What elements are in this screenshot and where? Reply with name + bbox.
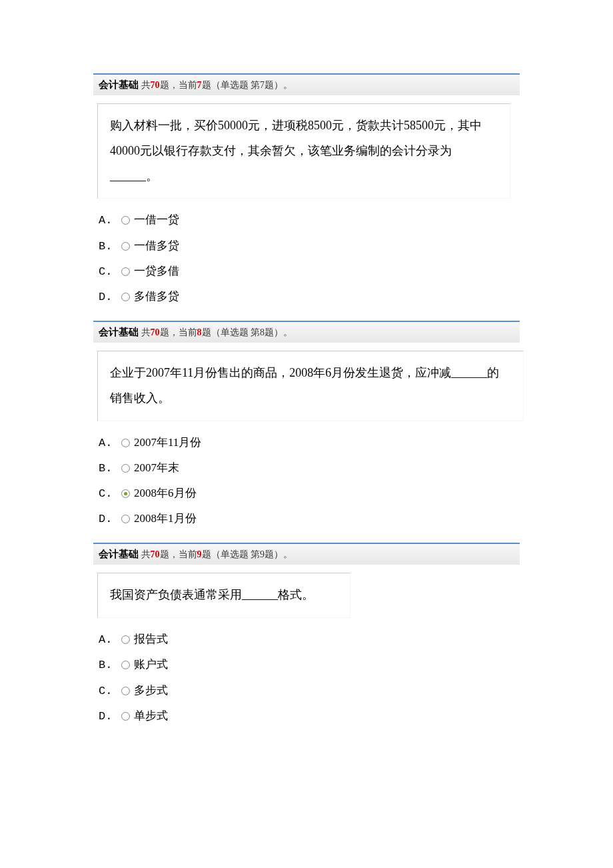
total-suffix: 题，当前 — [160, 327, 197, 337]
option-text: 2008年1月份 — [134, 509, 197, 527]
option-text: 2007年末 — [134, 459, 179, 477]
answer-option-a[interactable]: A. 一借一贷 — [99, 211, 520, 229]
radio-icon[interactable] — [121, 216, 130, 225]
subject-title: 会计基础 — [99, 327, 139, 337]
option-text: 2008年6月份 — [134, 484, 197, 502]
unit-suffix: 题 — [202, 327, 211, 337]
question-block-7: 会计基础 共70题，当前7题（单选题 第7题）。 购入材料一批，买价50000元… — [93, 73, 520, 306]
option-letter: B. — [99, 459, 121, 477]
answer-option-c[interactable]: C. 2008年6月份 — [99, 484, 520, 503]
answer-option-b[interactable]: B. 一借多贷 — [99, 237, 520, 255]
option-letter: D. — [99, 288, 121, 306]
option-letter: B. — [99, 237, 121, 255]
radio-icon[interactable] — [121, 293, 130, 301]
option-letter: A. — [99, 434, 121, 452]
current-number: 9 — [197, 549, 202, 559]
radio-icon[interactable] — [121, 687, 130, 695]
radio-icon[interactable] — [121, 489, 130, 498]
total-suffix: 题，当前 — [160, 80, 197, 90]
radio-icon[interactable] — [121, 439, 130, 447]
option-letter: D. — [99, 510, 121, 528]
total-prefix: 共 — [139, 327, 151, 337]
option-text: 2007年11月份 — [134, 433, 201, 451]
type-label: （单选题 第7题）。 — [211, 80, 293, 90]
current-number: 7 — [197, 80, 202, 90]
option-text: 一借多贷 — [134, 237, 179, 255]
total-suffix: 题，当前 — [160, 549, 197, 559]
option-letter: C. — [99, 263, 121, 281]
answer-option-d[interactable]: D. 多借多贷 — [99, 287, 520, 306]
total-prefix: 共 — [139, 549, 151, 559]
answer-list: A. 一借一贷 B. 一借多贷 C. 一贷多借 D. 多借多贷 — [99, 211, 520, 306]
radio-icon[interactable] — [121, 515, 130, 523]
subject-title: 会计基础 — [99, 549, 139, 559]
question-text: 购入材料一批，买价50000元，进项税8500元，货款共计58500元，其中40… — [97, 103, 510, 199]
option-letter: B. — [99, 656, 121, 674]
radio-icon[interactable] — [121, 242, 130, 251]
option-text: 多步式 — [134, 681, 168, 699]
option-letter: C. — [99, 485, 121, 503]
total-count: 70 — [151, 549, 160, 559]
question-text: 我国资产负债表通常采用______格式。 — [97, 573, 350, 618]
unit-suffix: 题 — [202, 549, 211, 559]
section-header: 会计基础 共70题，当前9题（单选题 第9题）。 — [93, 543, 520, 565]
option-text: 账户式 — [134, 655, 168, 673]
question-text: 企业于2007年11月份售出的商品，2008年6月份发生退货，应冲减______… — [97, 351, 524, 421]
option-letter: A. — [99, 211, 121, 229]
answer-option-a[interactable]: A. 报告式 — [99, 630, 520, 649]
option-text: 报告式 — [134, 630, 168, 648]
radio-icon[interactable] — [121, 635, 130, 644]
current-number: 8 — [197, 327, 202, 337]
option-text: 单步式 — [134, 707, 168, 725]
option-letter: D. — [99, 707, 121, 725]
option-text: 多借多贷 — [134, 287, 179, 305]
answer-list: A. 报告式 B. 账户式 C. 多步式 D. 单步式 — [99, 630, 520, 725]
answer-option-c[interactable]: C. 一贷多借 — [99, 262, 520, 281]
type-label: （单选题 第9题）。 — [211, 549, 293, 559]
radio-icon[interactable] — [121, 661, 130, 669]
answer-option-b[interactable]: B. 2007年末 — [99, 459, 520, 477]
answer-option-d[interactable]: D. 2008年1月份 — [99, 509, 520, 528]
answer-option-d[interactable]: D. 单步式 — [99, 707, 520, 725]
option-letter: C. — [99, 682, 121, 700]
total-prefix: 共 — [139, 80, 151, 90]
option-letter: A. — [99, 631, 121, 649]
subject-title: 会计基础 — [99, 79, 139, 90]
answer-option-c[interactable]: C. 多步式 — [99, 681, 520, 700]
question-block-8: 会计基础 共70题，当前8题（单选题 第8题）。 企业于2007年11月份售出的… — [93, 321, 520, 528]
type-label: （单选题 第8题）。 — [211, 327, 293, 337]
radio-icon[interactable] — [121, 464, 130, 473]
total-count: 70 — [151, 80, 160, 90]
option-text: 一贷多借 — [134, 262, 179, 280]
option-text: 一借一贷 — [134, 211, 179, 229]
radio-icon[interactable] — [121, 712, 130, 721]
unit-suffix: 题 — [202, 80, 211, 90]
question-block-9: 会计基础 共70题，当前9题（单选题 第9题）。 我国资产负债表通常采用____… — [93, 543, 520, 725]
section-header: 会计基础 共70题，当前8题（单选题 第8题）。 — [93, 321, 520, 343]
section-header: 会计基础 共70题，当前7题（单选题 第7题）。 — [93, 73, 520, 95]
total-count: 70 — [151, 327, 160, 337]
answer-option-b[interactable]: B. 账户式 — [99, 655, 520, 674]
answer-list: A. 2007年11月份 B. 2007年末 C. 2008年6月份 D. 20… — [99, 433, 520, 529]
radio-icon[interactable] — [121, 267, 130, 276]
answer-option-a[interactable]: A. 2007年11月份 — [99, 433, 520, 452]
